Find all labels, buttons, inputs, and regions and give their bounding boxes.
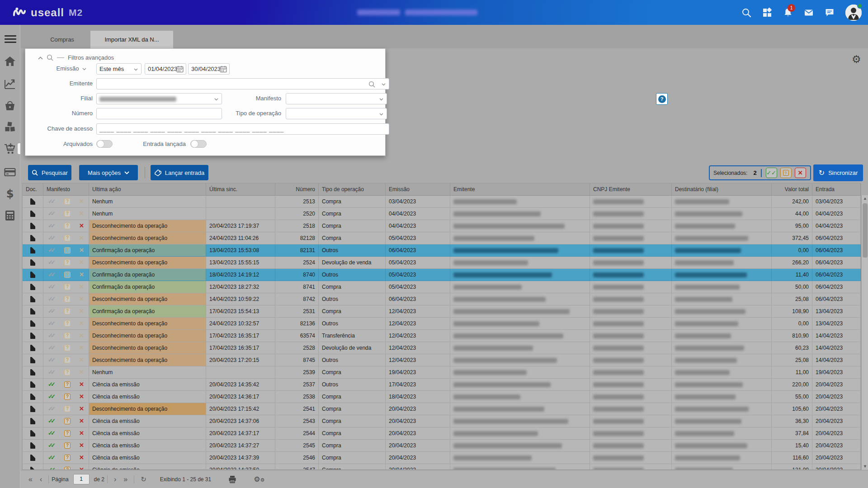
document-icon[interactable] xyxy=(30,272,35,278)
column-header-7[interactable]: Emissão xyxy=(386,183,450,195)
doc-cell[interactable] xyxy=(23,293,43,305)
confirm-check-icon[interactable]: ✓✓ xyxy=(48,196,56,207)
confirm-check-icon[interactable]: ✓✓ xyxy=(48,379,56,390)
confirm-check-icon[interactable]: ✓✓ xyxy=(48,293,56,305)
unknown-question-icon[interactable]: ? xyxy=(64,406,71,412)
document-icon[interactable] xyxy=(30,223,35,229)
doc-cell[interactable] xyxy=(23,342,43,354)
reject-x-icon[interactable]: ✕ xyxy=(79,464,84,470)
confirm-check-icon[interactable]: ✓✓ xyxy=(48,220,56,232)
document-icon[interactable] xyxy=(30,406,35,412)
document-icon[interactable] xyxy=(30,394,35,400)
doc-cell[interactable] xyxy=(23,318,43,329)
table-row[interactable]: ✓✓?✕Desconhecimento da operação20/04/202… xyxy=(23,403,861,415)
reject-x-icon[interactable]: ✕ xyxy=(79,232,84,244)
doc-cell[interactable] xyxy=(23,232,43,244)
arquivados-toggle[interactable] xyxy=(96,140,113,148)
user-avatar[interactable] xyxy=(845,5,862,21)
document-icon[interactable] xyxy=(30,357,35,363)
unknown-question-icon[interactable]: ? xyxy=(64,369,71,375)
tab-compras[interactable]: Compras xyxy=(34,31,90,48)
document-icon[interactable] xyxy=(30,211,35,217)
unknown-question-icon[interactable]: ? xyxy=(64,467,71,470)
confirm-check-icon[interactable]: ✓✓ xyxy=(48,403,56,415)
table-row[interactable]: ✓✓?✕Ciência da emissão20/04/2023 14:35:4… xyxy=(23,379,861,391)
table-row[interactable]: ✓✓?✕Desconhecimento da operação20/04/202… xyxy=(23,354,861,366)
confirm-check-icon[interactable]: ✓✓ xyxy=(48,440,56,451)
calendar-icon[interactable] xyxy=(220,66,227,73)
reject-x-icon[interactable]: ✕ xyxy=(79,220,84,232)
reject-x-icon[interactable]: ✕ xyxy=(79,330,84,342)
reject-x-icon[interactable]: ✕ xyxy=(79,293,84,305)
column-header-8[interactable]: Emitente xyxy=(450,183,590,195)
unknown-question-icon[interactable]: ? xyxy=(64,394,71,400)
menu-icon[interactable] xyxy=(5,35,16,43)
doc-cell[interactable] xyxy=(23,281,43,293)
doc-cell[interactable] xyxy=(23,208,43,220)
first-page-button[interactable]: « xyxy=(25,476,36,483)
entrada-lancada-toggle[interactable] xyxy=(190,140,207,148)
table-row[interactable]: ✓✓?✕Confirmação da operação18/04/2023 14… xyxy=(23,269,861,281)
column-header-6[interactable]: Tipo de operação xyxy=(319,183,386,195)
table-row[interactable]: ✓✓?✕Ciência da emissão20/04/2023 14:37:0… xyxy=(23,415,861,427)
table-row[interactable]: ✓✓?✕Desconhecimento da operação17/04/202… xyxy=(23,330,861,342)
reject-x-icon[interactable]: ✕ xyxy=(79,208,84,220)
numero-input[interactable] xyxy=(96,108,222,119)
confirm-check-icon[interactable]: ✓✓ xyxy=(48,427,56,439)
grid-settings-gears-icon[interactable]: ⚙⚙ xyxy=(254,475,264,483)
table-row[interactable]: ✓✓?✕Ciência da emissão20/04/2023 14:36:1… xyxy=(23,391,861,403)
table-row[interactable]: ✓✓?✕Confirmação da operação17/04/2023 15… xyxy=(23,305,861,318)
confirm-check-icon[interactable]: ✓✓ xyxy=(48,366,56,378)
doc-cell[interactable] xyxy=(23,415,43,427)
table-row[interactable]: ✓✓?✕Ciência da emissão20/04/2023 14:37:5… xyxy=(23,464,861,470)
basket-icon[interactable] xyxy=(4,99,16,112)
reject-x-icon[interactable]: ✕ xyxy=(79,427,84,439)
table-scrollbar[interactable]: ▲ ▼ xyxy=(861,195,868,470)
analytics-icon[interactable] xyxy=(4,77,16,90)
scroll-up-arrow[interactable]: ▲ xyxy=(862,195,868,202)
document-icon[interactable] xyxy=(30,296,35,302)
unknown-question-icon[interactable]: ? xyxy=(64,272,71,278)
products-cubes-icon[interactable] xyxy=(4,121,16,133)
period-select[interactable]: Este mês xyxy=(96,63,142,75)
document-icon[interactable] xyxy=(30,467,35,470)
document-icon[interactable] xyxy=(30,259,35,266)
print-icon[interactable] xyxy=(228,475,236,483)
document-icon[interactable] xyxy=(30,418,35,424)
tab-importar-xml[interactable]: Importar XML da N... xyxy=(90,31,173,48)
page-number-input[interactable]: 1 xyxy=(73,474,90,484)
pesquisar-button[interactable]: Pesquisar xyxy=(28,165,71,180)
doc-cell[interactable] xyxy=(23,354,43,366)
table-row[interactable]: ✓✓?✕Desconhecimento da operação24/04/202… xyxy=(23,318,861,330)
confirm-check-icon[interactable]: ✓✓ xyxy=(48,269,56,281)
home-icon[interactable] xyxy=(4,55,16,67)
table-row[interactable]: ✓✓?✕Desconhecimento da operação20/04/202… xyxy=(23,220,861,232)
document-icon[interactable] xyxy=(30,381,35,388)
purchases-cart-icon[interactable] xyxy=(4,142,16,155)
reject-x-icon[interactable]: ✕ xyxy=(79,269,84,281)
refresh-icon[interactable]: ↻ xyxy=(137,476,150,483)
reject-x-icon[interactable]: ✕ xyxy=(79,305,84,317)
tipo-operacao-select[interactable] xyxy=(286,108,387,119)
reject-x-icon[interactable]: ✕ xyxy=(79,244,84,256)
table-row[interactable]: ✓✓?✕Ciência da emissão20/04/2023 14:37:1… xyxy=(23,427,861,440)
confirm-check-icon[interactable]: ✓✓ xyxy=(48,305,56,317)
table-row[interactable]: ✓✓?✕Ciência da emissão20/04/2023 14:37:2… xyxy=(23,440,861,452)
unknown-selected-button[interactable]: ? xyxy=(780,168,792,178)
unknown-question-icon[interactable]: ? xyxy=(64,296,71,302)
emitente-search-icon[interactable] xyxy=(368,80,375,87)
document-icon[interactable] xyxy=(30,320,35,327)
column-header-1[interactable]: Doc. xyxy=(23,183,43,195)
reject-x-icon[interactable]: ✕ xyxy=(79,415,84,427)
reject-x-icon[interactable]: ✕ xyxy=(79,281,84,293)
unknown-question-icon[interactable]: ? xyxy=(64,442,71,449)
column-header-10[interactable]: Destinatário (filial) xyxy=(672,183,772,195)
unknown-question-icon[interactable]: ? xyxy=(64,357,71,363)
unknown-question-icon[interactable]: ? xyxy=(64,345,71,351)
document-icon[interactable] xyxy=(30,455,35,461)
table-row[interactable]: ✓✓?✕Nenhum2513Compra03/04/2023242,0003/0… xyxy=(23,196,861,208)
unknown-question-icon[interactable]: ? xyxy=(64,247,71,253)
filial-select[interactable] xyxy=(96,93,222,104)
next-page-button[interactable]: › xyxy=(110,476,120,483)
chave-acesso-input[interactable]: ____ ____ ____ ____ ____ ____ ____ ____ … xyxy=(96,123,389,135)
